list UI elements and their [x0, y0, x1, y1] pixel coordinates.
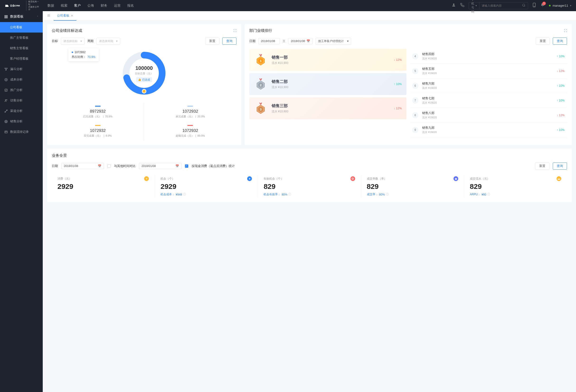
close-icon[interactable]: ✕: [71, 14, 73, 17]
select-target[interactable]: 请选择目标▾: [61, 38, 85, 45]
expand-icon[interactable]: ⛶: [564, 29, 567, 32]
tab-company-dashboard[interactable]: 公司看板 ✕: [54, 11, 76, 21]
reset-button[interactable]: 重置: [536, 37, 550, 45]
donut-tooltip: 1072932 所占比例：70.9%: [68, 48, 99, 61]
kpi-card: 有效机会（个）✪829机会有效率：80%ⓘ: [258, 175, 361, 197]
sidebar-item[interactable]: 销售分析: [0, 116, 43, 127]
svg-text:云朵CRM: 云朵CRM: [10, 4, 20, 7]
rank-card[interactable]: 2销售二部流水 ¥10,900↑ 10%: [249, 73, 406, 95]
search-input[interactable]: [479, 4, 520, 7]
phone-icon[interactable]: [460, 3, 464, 8]
query-button[interactable]: 查询: [553, 37, 567, 45]
tab-bar: 公司看板 ✕: [43, 11, 576, 21]
svg-text:3: 3: [260, 108, 261, 111]
logo-icon: 云朵CRM: [5, 3, 24, 8]
svg-point-12: [5, 99, 6, 100]
svg-point-24: [142, 89, 146, 93]
svg-point-5: [534, 6, 534, 7]
reset-button[interactable]: 重置: [535, 162, 549, 170]
top-nav-item[interactable]: 报名: [127, 3, 134, 8]
rank-number: 8: [412, 112, 418, 118]
biz-date-1[interactable]: 2018/01/08📅: [61, 163, 104, 169]
sidebar-sub-item[interactable]: 客户经理看板: [0, 54, 43, 64]
rank-number: 5: [412, 68, 418, 74]
kpi-card: 成交流水（元）▬829ARPU：¥80ⓘ: [464, 175, 567, 197]
sidebar-sub-item[interactable]: 销售主管看板: [0, 43, 43, 54]
rank-row[interactable]: 6销售六部流水 ¥19020↑ 10%: [410, 78, 567, 93]
help-icon[interactable]: ⓘ: [386, 192, 389, 196]
label-period: 周期: [87, 39, 93, 43]
main-content: 公司看板 ✕ 公司业绩目标达成 ⛶ 目标 请选择目标▾ 周期 请选择周期▾ 重置…: [43, 11, 576, 392]
svg-rect-7: [6, 15, 7, 16]
svg-point-1: [453, 3, 455, 5]
kpi-icon: ￥: [144, 176, 149, 181]
donut-chart: 1072932 所占比例：70.9% 100000 目标总量（元）: [52, 49, 236, 98]
top-nav-item[interactable]: 线索: [61, 3, 67, 8]
sidebar: 数据看板 ⌃ 公司看板推广主管看板销售主管看板客户经理看板 漏斗分析成本分析推广…: [0, 11, 43, 392]
bell-icon[interactable]: 5: [540, 3, 545, 8]
select-period[interactable]: 请选择周期▾: [96, 38, 120, 45]
calendar-icon: 📅: [175, 164, 179, 168]
medal-icon: 3: [254, 102, 267, 115]
calendar-icon: 📅: [98, 164, 101, 168]
panel-title-goal: 公司业绩目标达成: [52, 28, 82, 33]
checkbox-compare[interactable]: [107, 164, 111, 168]
svg-rect-9: [6, 17, 7, 18]
checkbox-cash[interactable]: [185, 164, 188, 168]
status-dot-icon: [549, 5, 550, 6]
top-nav-item[interactable]: 客户: [74, 3, 81, 8]
sidebar-item[interactable]: 数据流转记录: [0, 127, 43, 137]
sidebar-item[interactable]: 成本分析: [0, 74, 43, 85]
tab-menu-icon[interactable]: [45, 14, 52, 18]
svg-text:1: 1: [260, 59, 261, 63]
select-stat-mode[interactable]: 按工单客户经理统计▾: [316, 38, 351, 45]
rank-row[interactable]: 8销售八部流水 ¥19020↓ 12%: [410, 108, 567, 122]
top-nav-item[interactable]: 数据: [48, 3, 54, 8]
sidebar-item[interactable]: 漏斗分析: [0, 64, 43, 74]
user-menu[interactable]: manager11 ▾: [549, 4, 571, 7]
mobile-icon[interactable]: [532, 3, 536, 8]
sidebar-sub-item[interactable]: 公司看板: [0, 22, 43, 32]
search-type-select[interactable]: 手机号码 ▾: [469, 2, 479, 9]
date-from[interactable]: 2018/01/08: [258, 38, 280, 44]
query-button[interactable]: 查询: [553, 162, 567, 170]
search-icon[interactable]: [520, 3, 528, 8]
rank-card[interactable]: 1销售一部流水 ¥10,900↓ 12%: [249, 49, 406, 71]
label-date: 日期: [52, 164, 58, 168]
rank-row[interactable]: 7销售七部流水 ¥19020↑ 10%: [410, 93, 567, 108]
rank-row[interactable]: 5销售五部流水 ¥19020↓ 12%: [410, 64, 567, 78]
chevron-up-icon: ⌃: [37, 15, 38, 18]
rank-row[interactable]: 4销售四部流水 ¥19020↑ 10%: [410, 49, 567, 64]
top-nav-item[interactable]: 运营: [114, 3, 121, 8]
date-to[interactable]: 2018/01/08📅: [288, 38, 313, 44]
rank-top3: 1销售一部流水 ¥10,900↓ 12%2销售二部流水 ¥10,900↑ 10%…: [249, 49, 406, 137]
user-icon[interactable]: [452, 3, 456, 8]
label-target: 目标: [52, 39, 58, 43]
kpi-card: 消费（元）￥2929: [52, 175, 155, 197]
top-nav-item[interactable]: 财务: [101, 3, 107, 8]
sidebar-group-dashboard[interactable]: 数据看板 ⌃: [0, 11, 43, 22]
sidebar-item[interactable]: 渠道分析: [0, 106, 43, 116]
svg-point-2: [522, 4, 525, 6]
channel-icon: [4, 109, 8, 113]
rank-row[interactable]: 9销售九部流水 ¥19020↑ 10%: [410, 122, 567, 137]
query-button[interactable]: 查询: [222, 37, 236, 45]
top-nav-item[interactable]: 公海: [87, 3, 94, 8]
sidebar-item[interactable]: 推广分析: [0, 85, 43, 95]
expand-icon[interactable]: ⛶: [233, 29, 236, 32]
sidebar-sub-item[interactable]: 推广主管看板: [0, 32, 43, 43]
svg-rect-6: [5, 15, 6, 16]
reset-button[interactable]: 重置: [205, 37, 219, 45]
help-icon[interactable]: ⓘ: [288, 192, 291, 196]
rank-card[interactable]: 3销售三部流水 ¥10,900↓ 12%: [249, 97, 406, 119]
sidebar-item[interactable]: 访客分析: [0, 95, 43, 106]
kpi-icon: ➤: [247, 176, 252, 181]
biz-date-2[interactable]: 2018/01/08📅: [139, 163, 182, 169]
dashboard-icon: [4, 15, 8, 19]
help-icon[interactable]: ⓘ: [487, 192, 490, 196]
help-icon[interactable]: ⓘ: [183, 192, 186, 196]
date-separator: 至: [283, 39, 285, 43]
chevron-down-icon: ▾: [570, 4, 571, 7]
logo[interactable]: 云朵CRM 教育机构一站 式服务云平台: [5, 0, 40, 11]
thumbs-up-icon: 👍: [138, 78, 141, 81]
